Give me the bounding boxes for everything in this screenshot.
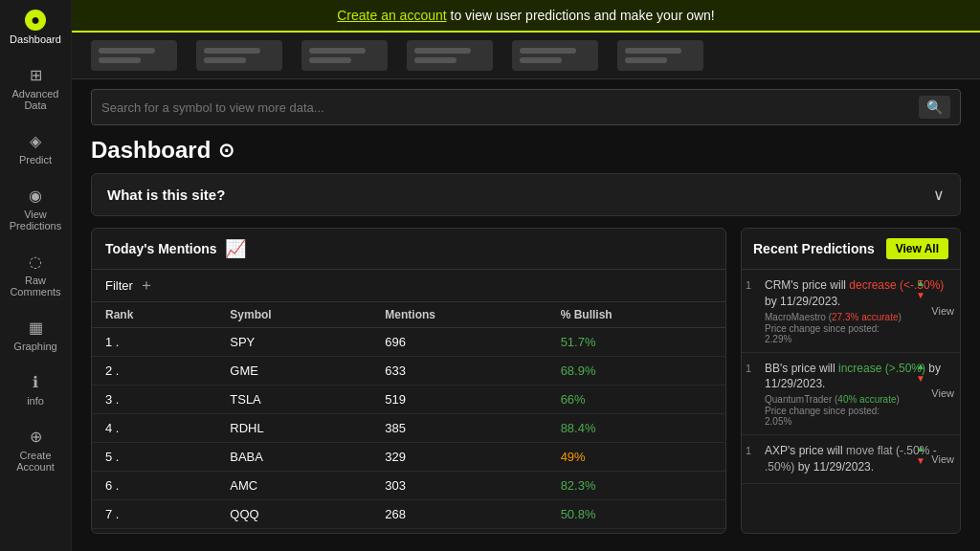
- arrow-up-icon: ▲: [916, 361, 925, 371]
- sidebar-label-raw-comments: Raw Comments: [5, 275, 66, 298]
- sidebar-label-info: info: [27, 395, 44, 407]
- cell-bullish: 82.3%: [547, 472, 725, 500]
- predictions-panel-title: Recent Predictions: [753, 241, 875, 256]
- table-row[interactable]: 3 . TSLA 519 66%: [92, 386, 725, 414]
- pred-number: 1: [746, 445, 751, 456]
- arrow-down-icon: ▼: [916, 290, 925, 300]
- pred-meta: MacroMaestro (27.3% accurate): [765, 312, 950, 322]
- pred-view-link[interactable]: View: [931, 305, 954, 317]
- cell-rank: 3 .: [92, 386, 216, 414]
- pred-view-link[interactable]: View: [931, 387, 954, 399]
- cell-mentions: 519: [371, 386, 546, 414]
- table-row[interactable]: 5 . BABA 329 49%: [92, 443, 725, 472]
- chart-icon: 📈: [225, 238, 246, 259]
- arrow-up-icon: ▲: [916, 443, 925, 453]
- view-all-button[interactable]: View All: [886, 238, 948, 259]
- sidebar-item-create-account[interactable]: ⊕ Create Account: [0, 416, 71, 482]
- create-account-link[interactable]: Create an account: [337, 8, 446, 23]
- sidebar-label-create-account: Create Account: [5, 450, 66, 473]
- create-account-icon: ⊕: [25, 426, 46, 447]
- raw-comments-icon: ◌: [25, 251, 46, 272]
- pred-number: 1: [746, 279, 751, 291]
- mentions-table-container[interactable]: Rank Symbol Mentions % Bullish 1 . SPY 6…: [92, 302, 725, 533]
- cell-bullish: 73.3%: [547, 529, 725, 534]
- cell-symbol: SPY: [216, 328, 371, 357]
- col-rank: Rank: [92, 302, 216, 328]
- cell-mentions: 303: [371, 472, 546, 500]
- ticker-4[interactable]: [407, 40, 493, 71]
- ticker-line: [520, 57, 562, 63]
- cell-rank: 4 .: [92, 414, 216, 443]
- table-row[interactable]: 7 . QQQ 268 50.8%: [92, 500, 725, 529]
- sidebar: ● Dashboard ⊞ Advanced Data ◈ Predict ◉ …: [0, 0, 72, 551]
- sidebar-item-predict[interactable]: ◈ Predict: [0, 121, 71, 175]
- col-symbol: Symbol: [216, 302, 371, 328]
- sidebar-item-view-predictions[interactable]: ◉ View Predictions: [0, 175, 71, 241]
- filter-bar: Filter ＋: [92, 270, 725, 302]
- cell-bullish: 88.4%: [547, 414, 725, 443]
- arrow-down-icon: ▼: [916, 455, 925, 466]
- ticker-2[interactable]: [196, 40, 282, 71]
- mentions-panel-header: Today's Mentions 📈: [92, 229, 725, 270]
- view-predictions-icon: ◉: [25, 185, 46, 206]
- graphing-icon: ▦: [25, 317, 46, 338]
- main-content: Create an account to view user predictio…: [72, 0, 980, 551]
- sidebar-item-info[interactable]: ℹ info: [0, 362, 71, 416]
- table-row[interactable]: 4 . RDHL 385 88.4%: [92, 414, 725, 443]
- mentions-panel: Today's Mentions 📈 Filter ＋ Rank Symbol …: [91, 228, 726, 534]
- cell-bullish: 68.9%: [547, 357, 725, 386]
- sidebar-label-view-predictions: View Predictions: [5, 209, 66, 231]
- ticker-6[interactable]: [617, 40, 703, 71]
- predictions-panel-header: Recent Predictions View All: [742, 229, 960, 270]
- filter-add-icon[interactable]: ＋: [139, 276, 154, 296]
- sidebar-item-advanced-data[interactable]: ⊞ Advanced Data: [0, 55, 71, 121]
- prediction-item: 1 ▲ ▼ CRM's price will decrease (<-.50%)…: [742, 270, 960, 353]
- advanced-data-icon: ⊞: [25, 64, 46, 85]
- cell-mentions: 329: [371, 443, 546, 472]
- sidebar-label-predict: Predict: [19, 154, 52, 165]
- ticker-1[interactable]: [91, 40, 177, 71]
- ticker-line: [520, 48, 576, 54]
- ticker-5[interactable]: [512, 40, 598, 71]
- ticker-line: [99, 48, 155, 54]
- banner-text: to view user predictions and make your o…: [447, 8, 715, 23]
- search-input[interactable]: [101, 100, 919, 115]
- accordion-what-is-site[interactable]: What is this site? ∨: [91, 173, 961, 216]
- arrow-down-icon: ▼: [916, 373, 925, 384]
- page-title: Dashboard ⊙: [91, 137, 961, 164]
- pred-arrows: ▲ ▼: [916, 277, 925, 300]
- pred-number: 1: [746, 363, 751, 374]
- sidebar-item-raw-comments[interactable]: ◌ Raw Comments: [0, 241, 71, 307]
- sidebar-label-advanced-data: Advanced Data: [5, 88, 66, 111]
- sidebar-item-graphing[interactable]: ▦ Graphing: [0, 307, 71, 362]
- table-row[interactable]: 8 . COIN 241 73.3%: [92, 529, 725, 534]
- prediction-item: 1 ▲ ▼ BB's price will increase (>.50%) b…: [742, 353, 960, 436]
- pred-view-link[interactable]: View: [931, 453, 954, 465]
- pred-price-change: Price change since posted:2.05%: [765, 406, 950, 427]
- prediction-item: 1 ▲ ▼ AXP's price will move flat (-.50% …: [742, 435, 960, 484]
- ticker-line: [625, 48, 681, 54]
- table-row[interactable]: 6 . AMC 303 82.3%: [92, 472, 725, 500]
- cell-bullish: 49%: [547, 443, 725, 472]
- ticker-3[interactable]: [301, 40, 388, 71]
- cell-symbol: AMC: [216, 472, 371, 500]
- table-row[interactable]: 2 . GME 633 68.9%: [92, 357, 725, 386]
- predictions-list[interactable]: 1 ▲ ▼ CRM's price will decrease (<-.50%)…: [742, 270, 960, 533]
- pred-accuracy: 27.3% accurate: [832, 312, 899, 322]
- predictions-panel: Recent Predictions View All 1 ▲ ▼ CRM's …: [741, 228, 961, 534]
- sidebar-label-dashboard: Dashboard: [10, 33, 61, 45]
- cell-bullish: 66%: [547, 386, 725, 414]
- cell-rank: 8 .: [92, 529, 216, 534]
- cell-symbol: BABA: [216, 443, 371, 472]
- search-button[interactable]: 🔍: [919, 96, 950, 119]
- info-icon: ℹ: [25, 371, 46, 392]
- chevron-down-icon: ∨: [933, 186, 945, 204]
- accordion-title: What is this site?: [107, 187, 225, 203]
- cell-rank: 5 .: [92, 443, 216, 472]
- pred-price-change: Price change since posted:2.29%: [765, 323, 950, 344]
- sidebar-item-dashboard[interactable]: ● Dashboard: [0, 0, 71, 55]
- cell-rank: 2 .: [92, 357, 216, 386]
- table-row[interactable]: 1 . SPY 696 51.7%: [92, 328, 725, 357]
- predict-icon: ◈: [25, 130, 46, 151]
- cell-mentions: 268: [371, 500, 546, 529]
